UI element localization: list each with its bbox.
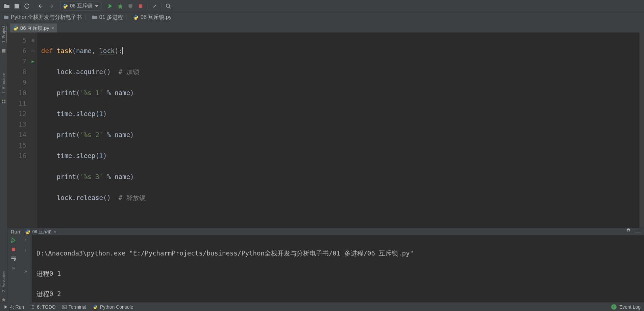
- chevron-down-icon: [94, 4, 99, 8]
- svg-point-4: [166, 4, 170, 7]
- stop-button[interactable]: [136, 1, 145, 11]
- editor-column: 06 互斥锁.py × 5 6 7 8 9 10 11 12 13 14 15: [7, 22, 644, 302]
- rerun-button[interactable]: [10, 237, 17, 243]
- editor-tab[interactable]: 06 互斥锁.py ×: [10, 23, 57, 32]
- sync-button[interactable]: [22, 1, 32, 11]
- code-area[interactable]: def task(name, lock): lock.acquire() # 加…: [37, 32, 639, 228]
- python-icon: [93, 304, 98, 310]
- main-toolbar: 06 互斥锁: [0, 0, 644, 12]
- console-line: D:\Anaconda3\python.exe "E:/PycharmProje…: [36, 248, 639, 258]
- python-icon: [25, 229, 30, 235]
- code-editor[interactable]: 5 6 7 8 9 10 11 12 13 14 15 16 ⊟ ⊟: [7, 32, 644, 228]
- run-config-label: 06 互斥锁: [70, 3, 92, 9]
- settings-button[interactable]: [150, 1, 159, 11]
- close-icon[interactable]: ×: [51, 25, 54, 31]
- left-tool-strip: 1: Project 7: Structure 2: Favorites: [0, 22, 7, 302]
- status-event-log[interactable]: Event Log: [619, 304, 641, 310]
- status-terminal-tab[interactable]: Terminal: [62, 304, 86, 310]
- chevron-right-icon: 〉: [125, 13, 131, 21]
- soft-wrap-button[interactable]: [10, 256, 17, 262]
- project-icon: [1, 48, 6, 53]
- chevron-right-icon: 〉: [84, 13, 90, 21]
- debug-button[interactable]: [116, 1, 125, 11]
- run-action-gutter: »: [7, 235, 20, 311]
- fold-open-icon[interactable]: ⊟: [29, 35, 37, 46]
- event-badge[interactable]: 1: [611, 304, 617, 310]
- fold-gutter: ⊟ ⊟ ▶: [29, 32, 37, 228]
- down-arrow-icon[interactable]: ↓: [25, 247, 27, 252]
- svg-rect-6: [12, 248, 15, 251]
- breadcrumb-item[interactable]: 06 互斥锁.py: [133, 14, 172, 21]
- python-icon: [13, 25, 18, 31]
- breadcrumb: Python全栈开发与分析电子书 〉 01 多进程 〉 06 互斥锁.py: [0, 12, 644, 22]
- open-button[interactable]: [2, 1, 11, 11]
- folder-icon: [92, 15, 97, 20]
- stop-button[interactable]: [11, 247, 16, 252]
- console-line: 进程0 1: [36, 268, 639, 279]
- python-icon: [133, 15, 139, 20]
- breadcrumb-label: Python全栈开发与分析电子书: [11, 14, 82, 21]
- breadcrumb-item[interactable]: 01 多进程: [92, 14, 123, 21]
- main-area: 1: Project 7: Structure 2: Favorites 06 …: [0, 22, 644, 302]
- more-button[interactable]: »: [24, 268, 27, 274]
- minimize-icon[interactable]: —: [635, 228, 641, 235]
- back-button[interactable]: [36, 1, 46, 11]
- star-icon: [1, 297, 6, 302]
- console-line: 进程0 2: [36, 289, 639, 299]
- structure-icon: [1, 99, 6, 104]
- run-panel-header: Run: 06 互斥锁 × —: [7, 228, 644, 235]
- search-button[interactable]: [164, 1, 173, 11]
- toolbar-separator: [147, 3, 148, 9]
- forward-button[interactable]: [46, 1, 56, 11]
- run-gutter-icon[interactable]: ▶: [29, 56, 37, 67]
- run-tab-label: 06 互斥锁: [32, 229, 52, 235]
- fold-close-icon[interactable]: ⊟: [29, 46, 37, 56]
- run-config-selector[interactable]: 06 互斥锁: [60, 2, 101, 10]
- more-button[interactable]: »: [12, 265, 15, 271]
- status-python-console-tab[interactable]: Python Console: [93, 304, 133, 310]
- run-panel-title: Run:: [11, 229, 22, 235]
- project-tool-tab[interactable]: 1: Project: [1, 24, 6, 44]
- line-number-gutter: 5 6 7 8 9 10 11 12 13 14 15 16: [7, 32, 29, 228]
- status-todo-tab[interactable]: 6: TODO: [30, 304, 56, 310]
- editor-tab-bar: 06 互斥锁.py ×: [7, 22, 644, 32]
- folder-icon: [3, 15, 9, 20]
- editor-tab-label: 06 互斥锁.py: [20, 25, 49, 31]
- structure-tool-tab[interactable]: 7: Structure: [1, 71, 6, 95]
- run-button[interactable]: [105, 1, 115, 11]
- toolbar-separator: [34, 3, 34, 9]
- svg-rect-3: [139, 4, 142, 8]
- svg-point-0: [64, 4, 65, 5]
- run-panel-tab[interactable]: 06 互斥锁 ×: [25, 229, 56, 235]
- python-icon: [63, 3, 68, 9]
- svg-rect-5: [2, 49, 5, 52]
- console-output[interactable]: D:\Anaconda3\python.exe "E:/PycharmProje…: [32, 235, 644, 311]
- breadcrumb-label: 06 互斥锁.py: [141, 14, 172, 21]
- favorites-tool-tab[interactable]: 2: Favorites: [1, 269, 6, 293]
- toolbar-separator: [58, 3, 58, 9]
- breadcrumb-label: 01 多进程: [99, 14, 123, 21]
- toolbar-separator: [161, 3, 162, 9]
- status-run-tab[interactable]: 4: Run: [3, 304, 24, 310]
- run-tool-window: Run: 06 互斥锁 × —: [7, 228, 644, 302]
- close-icon[interactable]: ×: [54, 229, 56, 234]
- run-nav-gutter: ↑ ↓ »: [20, 235, 32, 311]
- run-coverage-button[interactable]: [126, 1, 135, 11]
- save-button[interactable]: [12, 1, 22, 11]
- gear-icon[interactable]: [626, 228, 631, 235]
- error-stripe[interactable]: [639, 32, 644, 228]
- breadcrumb-item[interactable]: Python全栈开发与分析电子书: [3, 14, 82, 21]
- svg-point-2: [119, 5, 122, 8]
- svg-point-1: [66, 7, 66, 8]
- up-arrow-icon[interactable]: ↑: [25, 237, 27, 242]
